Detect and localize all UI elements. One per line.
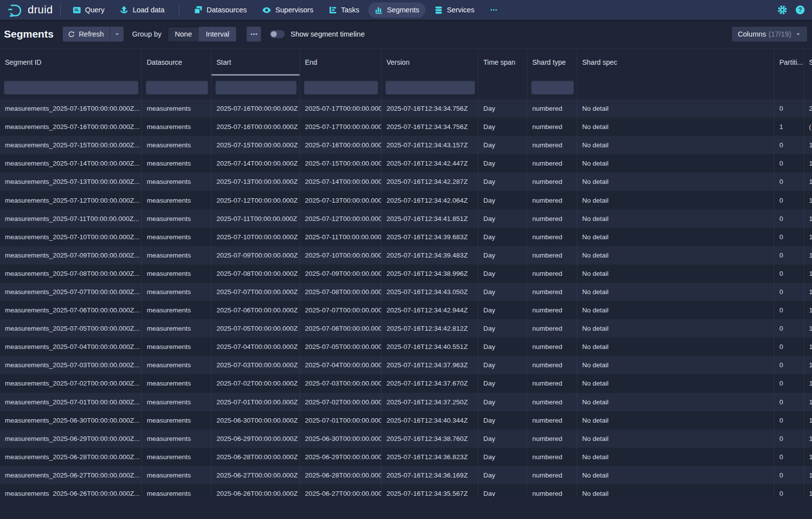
nav-item-load-data[interactable]: Load data [113, 2, 171, 18]
cell-partition[interactable]: 0 [774, 484, 804, 496]
cell-end[interactable]: 2025-07-08T00:00:00.000Z [300, 283, 382, 301]
cell-partition[interactable]: 0 [774, 393, 804, 411]
cell-shard_type[interactable]: numbered [527, 374, 577, 392]
cell-end[interactable]: 2025-07-09T00:00:00.000Z [300, 264, 382, 283]
cell-datasource[interactable]: measurements [142, 374, 212, 392]
cell-shard_type[interactable]: numbered [527, 191, 577, 209]
cell-start[interactable]: 2025-07-13T00:00:00.000Z [212, 173, 300, 191]
cell-datasource[interactable]: measurements [142, 246, 212, 264]
cell-segment_id[interactable]: measurements_2025-07-09T00:00:00.000Z... [0, 246, 142, 264]
cell-shard_spec[interactable]: No detail [577, 118, 774, 136]
column-header-shard_spec[interactable]: Shard spec [577, 49, 774, 76]
cell-partition[interactable]: 0 [774, 210, 804, 228]
cell-shard_type[interactable]: numbered [527, 411, 577, 430]
cell-version[interactable]: 2025-07-16T12:34:40.551Z [382, 338, 478, 356]
cell-end[interactable]: 2025-07-07T00:00:00.000Z [300, 301, 382, 319]
cell-partition[interactable]: 0 [774, 374, 804, 392]
cell-start[interactable]: 2025-07-05T00:00:00.000Z [212, 319, 300, 338]
cell-datasource[interactable]: measurements [142, 301, 212, 319]
cell-time_span[interactable]: Day [478, 283, 527, 301]
cell-shard_spec[interactable]: No detail [577, 430, 774, 448]
cell-end[interactable]: 2025-07-11T00:00:00.000Z [300, 228, 382, 246]
cell-partition[interactable]: 0 [774, 228, 804, 246]
cell-size[interactable]: 1 [804, 338, 812, 356]
cell-time_span[interactable]: Day [478, 228, 527, 246]
cell-start[interactable]: 2025-07-15T00:00:00.000Z [212, 136, 300, 154]
cell-datasource[interactable]: measurements [142, 338, 212, 356]
cell-start[interactable]: 2025-07-06T00:00:00.000Z [212, 301, 300, 319]
cell-version[interactable]: 2025-07-16T12:34:35.567Z [382, 484, 478, 496]
cell-segment_id[interactable]: measurements_2025-07-11T00:00:00.000Z... [0, 210, 142, 228]
cell-size[interactable]: 1 [804, 283, 812, 301]
group-by-none-button[interactable]: None [168, 27, 199, 42]
cell-start[interactable]: 2025-07-03T00:00:00.000Z [212, 356, 300, 374]
cell-time_span[interactable]: Day [478, 356, 527, 374]
cell-time_span[interactable]: Day [478, 99, 527, 118]
cell-shard_spec[interactable]: No detail [577, 228, 774, 246]
cell-version[interactable]: 2025-07-16T12:34:34.756Z [382, 99, 478, 118]
cell-size[interactable]: 1 [804, 173, 812, 191]
cell-time_span[interactable]: Day [478, 430, 527, 448]
cell-end[interactable]: 2025-06-30T00:00:00.000Z [300, 430, 382, 448]
cell-time_span[interactable]: Day [478, 173, 527, 191]
cell-partition[interactable]: 0 [774, 448, 804, 466]
nav-item-segments[interactable]: Segments [368, 2, 426, 18]
cell-datasource[interactable]: measurements [142, 228, 212, 246]
more-options-button[interactable] [247, 27, 261, 42]
cell-segment_id[interactable]: measurements_2025-07-06T00:00:00.000Z... [0, 301, 142, 319]
cell-version[interactable]: 2025-07-16T12:34:42.812Z [382, 319, 478, 338]
cell-partition[interactable]: 0 [774, 466, 804, 484]
cell-version[interactable]: 2025-07-16T12:34:42.287Z [382, 173, 478, 191]
cell-partition[interactable]: 0 [774, 356, 804, 374]
cell-datasource[interactable]: measurements [142, 264, 212, 283]
cell-start[interactable]: 2025-06-26T00:00:00.000Z [212, 484, 300, 496]
cell-shard_spec[interactable]: No detail [577, 246, 774, 264]
nav-item-datasources[interactable]: Datasources [187, 2, 253, 18]
cell-shard_spec[interactable]: No detail [577, 448, 774, 466]
cell-version[interactable]: 2025-07-16T12:34:34.756Z [382, 118, 478, 136]
cell-end[interactable]: 2025-07-17T00:00:00.000Z [300, 118, 382, 136]
cell-size[interactable]: 1 [804, 210, 812, 228]
cell-version[interactable]: 2025-07-16T12:34:36.823Z [382, 448, 478, 466]
cell-version[interactable]: 2025-07-16T12:34:40.344Z [382, 411, 478, 430]
nav-item-supervisors[interactable]: Supervisors [256, 2, 320, 18]
cell-segment_id[interactable]: measurements_2025-07-10T00:00:00.000Z... [0, 228, 142, 246]
cell-datasource[interactable]: measurements [142, 99, 212, 118]
cell-version[interactable]: 2025-07-16T12:34:38.760Z [382, 430, 478, 448]
cell-start[interactable]: 2025-07-16T00:00:00.000Z [212, 99, 300, 118]
cell-shard_type[interactable]: numbered [527, 118, 577, 136]
cell-shard_spec[interactable]: No detail [577, 338, 774, 356]
cell-time_span[interactable]: Day [478, 484, 527, 496]
cell-size[interactable]: 1 [804, 319, 812, 338]
cell-start[interactable]: 2025-07-12T00:00:00.000Z [212, 191, 300, 209]
filter-input-end[interactable] [304, 81, 378, 94]
cell-size[interactable]: 1 [804, 356, 812, 374]
cell-segment_id[interactable]: measurements_2025-07-08T00:00:00.000Z... [0, 264, 142, 283]
cell-version[interactable]: 2025-07-16T12:34:36.169Z [382, 466, 478, 484]
column-header-size[interactable]: Size [804, 49, 812, 76]
cell-start[interactable]: 2025-06-27T00:00:00.000Z [212, 466, 300, 484]
cell-datasource[interactable]: measurements [142, 191, 212, 209]
cell-time_span[interactable]: Day [478, 393, 527, 411]
nav-item-tasks[interactable]: Tasks [322, 2, 366, 18]
cell-time_span[interactable]: Day [478, 264, 527, 283]
cell-start[interactable]: 2025-07-08T00:00:00.000Z [212, 264, 300, 283]
cell-version[interactable]: 2025-07-16T12:34:38.996Z [382, 264, 478, 283]
cell-segment_id[interactable]: measurements_2025-07-04T00:00:00.000Z... [0, 338, 142, 356]
cell-start[interactable]: 2025-07-01T00:00:00.000Z [212, 393, 300, 411]
cell-end[interactable]: 2025-07-14T00:00:00.000Z [300, 173, 382, 191]
cell-datasource[interactable]: measurements [142, 411, 212, 430]
cell-partition[interactable]: 0 [774, 246, 804, 264]
cell-end[interactable]: 2025-06-29T00:00:00.000Z [300, 448, 382, 466]
cell-shard_type[interactable]: numbered [527, 264, 577, 283]
column-header-time_span[interactable]: Time span [478, 49, 527, 76]
cell-size[interactable]: 1 [804, 411, 812, 430]
cell-datasource[interactable]: measurements [142, 430, 212, 448]
cell-version[interactable]: 2025-07-16T12:34:43.050Z [382, 283, 478, 301]
cell-partition[interactable]: 0 [774, 338, 804, 356]
cell-shard_type[interactable]: numbered [527, 466, 577, 484]
cell-size[interactable]: ( [804, 118, 812, 136]
cell-shard_type[interactable]: numbered [527, 173, 577, 191]
cell-shard_type[interactable]: numbered [527, 283, 577, 301]
cell-shard_type[interactable]: numbered [527, 301, 577, 319]
